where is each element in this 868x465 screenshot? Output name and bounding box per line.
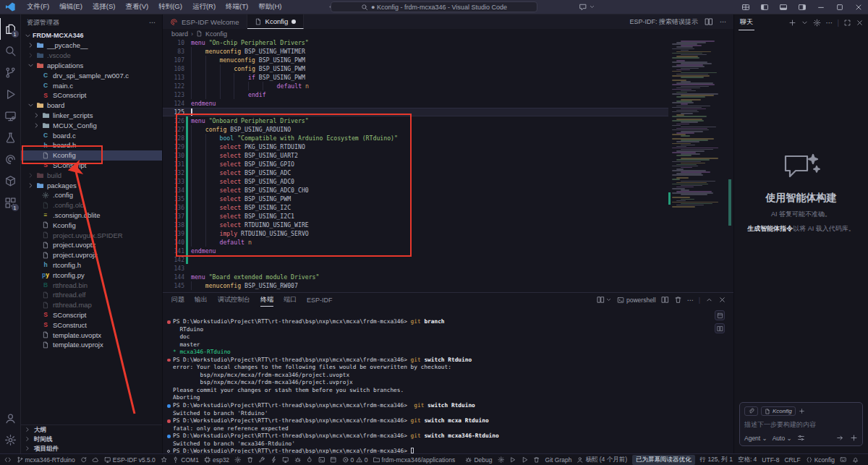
status-notifications[interactable] [852,456,859,464]
tree-item-SConscript[interactable]: SSConscript [21,310,162,320]
activitybar-packages[interactable] [0,170,21,192]
tree-item-project.uvguix.SPIDER[interactable]: project.uvguix.SPIDER [21,230,162,240]
status-config-gear[interactable] [498,456,505,464]
status-language-mode[interactable]: Kconfig [806,456,835,464]
code-line-139[interactable]: 139imply RTDUINO_USING_SERVO [163,229,668,238]
toggle-sidebar-icon[interactable] [755,0,774,14]
tree-item-packages[interactable]: packages [21,180,162,190]
code-line-132[interactable]: 132select BSP_USING_ADC [163,168,668,177]
code-line-137[interactable]: 137select BSP_USING_I2C1 [163,212,668,221]
activitybar-espressif-idf[interactable] [0,148,21,170]
status-remote[interactable] [4,456,12,464]
code-line-144[interactable]: 144menu "Board extended module Drivers" [163,273,668,281]
minimize-icon[interactable] [812,0,830,14]
code-line-131[interactable]: 131select BSP_USING_GPIO [163,160,668,168]
code-editor[interactable]: 10menu "On-chip Peripheral Drivers"83men… [163,38,733,292]
tree-item-.config.old[interactable]: .config.old [21,200,162,210]
code-line-126[interactable]: 126menu "Onboard Peripheral Drivers" [163,116,668,125]
code-line-128[interactable]: 128bool "Compatible with Arduino Ecosyst… [163,134,668,142]
activitybar-manage-settings[interactable] [0,429,21,451]
menu-item[interactable]: 运行(R) [187,2,221,10]
tab-kconfig[interactable]: Kconfig [247,14,305,29]
tree-item-board.c[interactable]: Cboard.c [21,130,162,140]
code-line-83[interactable]: 83menuconfig BSP_USING_HWTIMER [163,47,668,56]
status-last-commit[interactable]: 杨熙 (4 个月前) [576,456,627,464]
status-run[interactable] [509,456,516,464]
code-line-143[interactable]: 143 [163,264,668,273]
tab-espidf-welcome[interactable]: ESP-IDF Welcome [163,14,247,29]
status-device-target[interactable]: esp32 [204,456,229,464]
code-line-124[interactable]: 124endmenu [163,99,668,108]
customize-layout-icon[interactable] [736,0,755,14]
status-full-clean[interactable] [247,456,254,464]
status-debug-alt[interactable] [522,456,529,464]
status-clean-task[interactable] [533,456,540,464]
tree-item-drv_spi_sample_rw007.c[interactable]: Cdrv_spi_sample_rw007.c [21,70,162,80]
more-actions-icon[interactable]: ⋯ [149,19,156,26]
status-monitor[interactable] [282,456,289,464]
code-line-122[interactable]: 122default n [163,82,668,90]
code-line-141[interactable]: 141endmenu [163,247,668,255]
close-icon[interactable] [849,0,868,14]
tree-item-.sconsign.dblite[interactable]: ≡.sconsign.dblite [21,210,162,221]
panel-tab-终端[interactable]: 终端 [260,293,273,307]
split-terminal-icon[interactable] [661,296,669,304]
panel-tab-输出[interactable]: 输出 [195,293,208,307]
activitybar-remote-explorer[interactable] [0,105,21,127]
tree-item-rtconfig.py[interactable]: pyrtconfig.py [21,270,162,280]
status-launch-config[interactable]: Debug [465,456,492,464]
code-line-129[interactable]: 129select PKG_USING_RTDUINO [163,142,668,151]
close-panel-icon[interactable] [718,296,726,304]
mode-selector[interactable]: Agent ⌄ [744,435,767,442]
toggle-panel-icon[interactable] [774,0,793,14]
panel-tab-端口[interactable]: 端口 [284,293,297,307]
toggle-secondary-sidebar-icon[interactable] [793,0,812,14]
status-git-branch[interactable]: mcxa346-RTduino [17,456,75,464]
code-line-107[interactable]: 107menuconfig BSP_USING_PWM [163,56,668,64]
sidebar-section-项目组件[interactable]: 项目组件 [21,444,162,453]
code-line-108[interactable]: 108config BSP_USING_PWM [163,64,668,73]
terminal-instance-powershell[interactable]: powershell [617,297,656,304]
menu-item[interactable]: 转到(G) [153,2,187,10]
tree-item-Kconfig[interactable]: Kconfig [21,220,162,230]
activitybar-run-and-debug[interactable] [0,83,21,105]
terminal[interactable]: PS D:\Workstudio\Project\RTT\rt-thread\b… [163,307,733,453]
dirty-dot-icon[interactable] [292,20,296,24]
activitybar-source-control[interactable] [0,61,21,83]
code-line-125[interactable]: 125 [163,108,668,116]
attach-context-button[interactable] [744,406,758,416]
activitybar-testing[interactable] [0,127,21,148]
activitybar-search[interactable] [0,40,21,61]
tree-item-__pycache__[interactable]: __pycache__ [21,40,162,51]
activitybar-extensions[interactable]: 1 [0,192,21,213]
status-encoding[interactable]: UTF-8 [762,456,779,464]
tree-item-template.uvoptx[interactable]: template.uvoptx [21,330,162,340]
code-line-134[interactable]: 134select BSP_USING_ADC0_CH0 [163,186,668,195]
status-git-sync[interactable] [80,456,88,464]
model-selector[interactable]: Auto ⌄ [773,435,792,442]
status-indentation[interactable]: 空格: 4 [738,456,757,464]
status-build[interactable] [258,456,265,464]
generate-instructions-link[interactable]: 生成智能体指令 [747,225,793,232]
code-line-135[interactable]: 135select BSP_USING_PWM [163,195,668,203]
status-workspace-folder[interactable]: frdm-mcxa346/applications [373,456,456,464]
send-icon[interactable] [836,434,844,442]
code-line-123[interactable]: 123endif [163,90,668,99]
code-line-10[interactable]: 10menu "On-chip Peripheral Drivers" [163,38,668,47]
status-extra-tool[interactable] [330,456,337,464]
tree-item-applications[interactable]: applications [21,61,162,71]
code-line-138[interactable]: 138select RTDUINO_USING_WIRE [163,221,668,229]
code-line-140[interactable]: 140default n [163,238,668,247]
tree-item-template.uvprojx[interactable]: template.uvprojx [21,340,162,350]
tools-icon[interactable] [797,434,805,442]
status-git-graph[interactable]: Git Graph [545,456,572,464]
status-eol[interactable]: CRLF [784,456,800,464]
menu-item[interactable]: 终端(T) [221,2,253,10]
code-line-127[interactable]: 127config BSP_USING_ARDUINO [163,125,668,134]
panel-tab-ESP-IDF[interactable]: ESP-IDF [307,293,333,307]
tree-item-MCUX_Config[interactable]: MCUX_Config [21,120,162,130]
status-espidf-version[interactable]: ESP-IDF v5.5.0 [104,456,156,464]
status-idf-settings[interactable] [234,456,242,464]
more-actions-icon[interactable]: ⋯ [687,297,694,304]
status-screen-reader[interactable]: 已为屏幕阅读器优化 [632,455,695,465]
